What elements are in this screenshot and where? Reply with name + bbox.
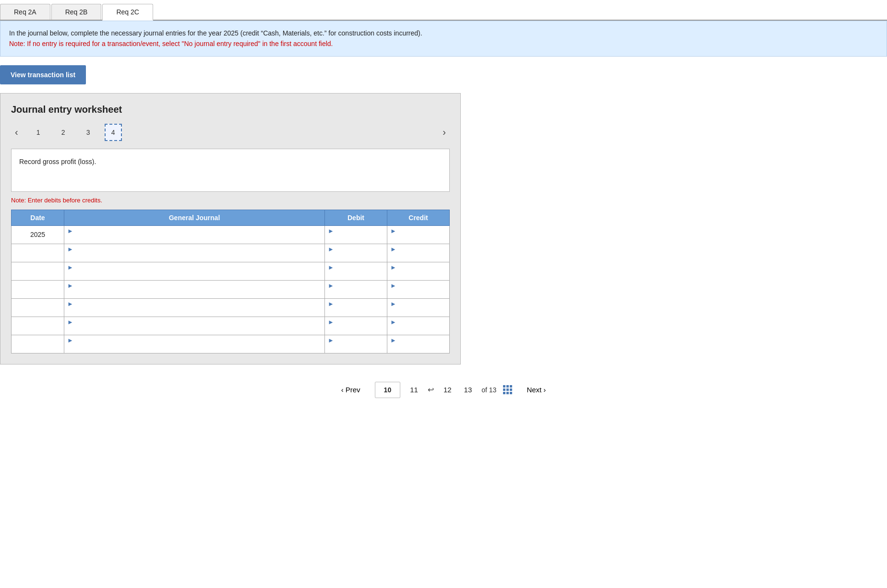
table-row: ► ► ► xyxy=(12,244,450,262)
page-13-link[interactable]: 13 xyxy=(461,384,475,396)
credit-input-6[interactable] xyxy=(390,344,446,352)
description-text: Record gross profit (loss). xyxy=(19,158,96,165)
page-11-link[interactable]: 11 xyxy=(407,384,421,396)
cell-arrow-icon: ► xyxy=(67,246,73,253)
debit-cell-1[interactable]: ► xyxy=(325,244,387,262)
journal-input-6[interactable] xyxy=(67,344,322,352)
instruction-box: In the journal below, complete the neces… xyxy=(0,21,887,57)
journal-cell-5[interactable]: ► xyxy=(64,317,325,335)
cell-arrow-icon: ► xyxy=(67,318,73,326)
cell-arrow-icon: ► xyxy=(67,282,73,289)
debit-input-4[interactable] xyxy=(328,307,384,315)
cell-arrow-icon: ► xyxy=(390,227,396,235)
journal-cell-6[interactable]: ► xyxy=(64,335,325,353)
cell-arrow-icon: ► xyxy=(328,246,334,253)
cell-arrow-icon: ► xyxy=(67,337,73,344)
next-button[interactable]: Next › xyxy=(519,382,553,398)
debit-input-5[interactable] xyxy=(328,326,384,333)
credit-input-2[interactable] xyxy=(390,271,446,279)
step-btn-3[interactable]: 3 xyxy=(80,124,97,141)
credit-cell-2[interactable]: ► xyxy=(387,262,450,280)
step-btn-4[interactable]: 4 xyxy=(105,124,122,141)
debit-cell-5[interactable]: ► xyxy=(325,317,387,335)
step-btn-1[interactable]: 1 xyxy=(30,124,47,141)
description-box: Record gross profit (loss). xyxy=(11,149,450,192)
loop-icon: ↩ xyxy=(428,385,434,394)
prev-button[interactable]: ‹ Prev xyxy=(334,382,368,398)
note-debits: Note: Enter debits before credits. xyxy=(11,197,450,204)
debit-input-2[interactable] xyxy=(328,271,384,279)
cell-arrow-icon: ► xyxy=(328,264,334,271)
credit-input-0[interactable] xyxy=(390,235,446,242)
current-page-btn[interactable]: 10 xyxy=(375,382,401,398)
view-transactions-button[interactable]: View transaction list xyxy=(0,65,86,84)
date-cell-3 xyxy=(12,280,64,298)
step-prev-arrow[interactable]: ‹ xyxy=(11,126,22,139)
prev-label: Prev xyxy=(346,386,360,394)
journal-input-3[interactable] xyxy=(67,289,322,297)
journal-cell-0[interactable]: ► xyxy=(64,225,325,244)
debit-input-6[interactable] xyxy=(328,344,384,352)
tab-req2a[interactable]: Req 2A xyxy=(0,4,50,20)
debit-input-3[interactable] xyxy=(328,289,384,297)
grid-view-icon[interactable] xyxy=(503,385,512,394)
debit-input-0[interactable] xyxy=(328,235,384,242)
cell-arrow-icon: ► xyxy=(67,227,73,235)
journal-input-2[interactable] xyxy=(67,271,322,279)
cell-arrow-icon: ► xyxy=(390,337,396,344)
date-cell-2 xyxy=(12,262,64,280)
journal-input-0[interactable] xyxy=(67,235,322,242)
journal-input-4[interactable] xyxy=(67,307,322,315)
debit-cell-6[interactable]: ► xyxy=(325,335,387,353)
tab-req2b[interactable]: Req 2B xyxy=(51,4,102,20)
journal-input-5[interactable] xyxy=(67,326,322,333)
journal-table: Date General Journal Debit Credit 2025 ►… xyxy=(11,210,450,353)
debit-cell-3[interactable]: ► xyxy=(325,280,387,298)
credit-cell-5[interactable]: ► xyxy=(387,317,450,335)
credit-input-5[interactable] xyxy=(390,326,446,333)
col-header-date: Date xyxy=(12,210,64,225)
journal-input-1[interactable] xyxy=(67,253,322,260)
credit-cell-0[interactable]: ► xyxy=(387,225,450,244)
debit-cell-4[interactable]: ► xyxy=(325,298,387,317)
of-text: of 13 xyxy=(481,386,496,394)
date-cell-1 xyxy=(12,244,64,262)
credit-cell-6[interactable]: ► xyxy=(387,335,450,353)
debit-cell-0[interactable]: ► xyxy=(325,225,387,244)
credit-cell-3[interactable]: ► xyxy=(387,280,450,298)
date-cell-5 xyxy=(12,317,64,335)
table-row: ► ► ► xyxy=(12,317,450,335)
next-label: Next xyxy=(527,386,541,394)
pagination-bar: ‹ Prev 10 11 ↩ 12 13 of 13 Next › xyxy=(0,373,887,403)
cell-arrow-icon: ► xyxy=(390,300,396,307)
table-row: ► ► ► xyxy=(12,262,450,280)
instruction-main-text: In the journal below, complete the neces… xyxy=(9,29,422,37)
credit-cell-4[interactable]: ► xyxy=(387,298,450,317)
journal-cell-3[interactable]: ► xyxy=(64,280,325,298)
step-next-arrow[interactable]: › xyxy=(439,126,450,139)
journal-cell-1[interactable]: ► xyxy=(64,244,325,262)
journal-cell-2[interactable]: ► xyxy=(64,262,325,280)
credit-input-1[interactable] xyxy=(390,253,446,260)
credit-cell-1[interactable]: ► xyxy=(387,244,450,262)
cell-arrow-icon: ► xyxy=(67,264,73,271)
col-header-general-journal: General Journal xyxy=(64,210,325,225)
debit-cell-2[interactable]: ► xyxy=(325,262,387,280)
table-row: ► ► ► xyxy=(12,280,450,298)
cell-arrow-icon: ► xyxy=(390,318,396,326)
cell-arrow-icon: ► xyxy=(328,337,334,344)
step-btn-2[interactable]: 2 xyxy=(55,124,72,141)
current-page-number: 10 xyxy=(384,386,392,394)
credit-input-4[interactable] xyxy=(390,307,446,315)
date-cell-6 xyxy=(12,335,64,353)
cell-arrow-icon: ► xyxy=(390,246,396,253)
debit-input-1[interactable] xyxy=(328,253,384,260)
credit-input-3[interactable] xyxy=(390,289,446,297)
worksheet-container: Journal entry worksheet ‹ 1 2 3 4 › Reco… xyxy=(0,93,461,365)
cell-arrow-icon: ► xyxy=(390,282,396,289)
page-12-link[interactable]: 12 xyxy=(441,384,455,396)
step-navigation: ‹ 1 2 3 4 › xyxy=(11,124,450,141)
journal-cell-4[interactable]: ► xyxy=(64,298,325,317)
tab-req2c[interactable]: Req 2C xyxy=(102,4,153,21)
instruction-note-text: Note: If no entry is required for a tran… xyxy=(9,40,333,47)
